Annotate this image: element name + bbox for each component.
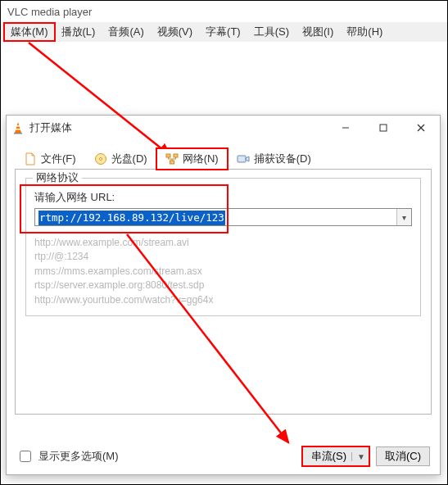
group-title: 网络协议 xyxy=(33,171,82,185)
tab-network[interactable]: 网络(N) xyxy=(156,148,228,170)
example-line: http://www.yourtube.com/watch?v=gg64x xyxy=(34,293,412,307)
capture-icon xyxy=(237,152,250,165)
url-input[interactable] xyxy=(35,209,396,225)
tab-file-label: 文件(F) xyxy=(41,152,76,166)
svg-rect-13 xyxy=(238,156,246,162)
close-button[interactable] xyxy=(402,116,440,140)
dialog-title: 打开媒体 xyxy=(29,120,72,135)
menu-audio[interactable]: 音频(A) xyxy=(102,23,150,41)
menu-view[interactable]: 视图(I) xyxy=(296,23,340,41)
minimize-button[interactable] xyxy=(327,116,364,140)
menu-playback[interactable]: 播放(L) xyxy=(55,23,102,41)
file-icon xyxy=(24,152,37,165)
stream-button[interactable]: 串流(S) ▼ xyxy=(302,446,369,466)
maximize-button[interactable] xyxy=(364,116,402,140)
tab-capture[interactable]: 捕获设备(D) xyxy=(228,148,320,170)
svg-rect-11 xyxy=(174,154,178,157)
tab-file[interactable]: 文件(F) xyxy=(15,148,85,170)
example-line: http://www.example.com/stream.avi xyxy=(34,236,412,250)
stream-button-label: 串流(S) xyxy=(311,449,346,464)
disc-icon xyxy=(94,152,107,165)
more-options-checkbox[interactable] xyxy=(20,451,31,462)
chevron-down-icon[interactable]: ▾ xyxy=(396,209,411,225)
example-line: rtp://@:1234 xyxy=(34,250,412,264)
menu-video[interactable]: 视频(V) xyxy=(151,23,199,41)
svg-rect-2 xyxy=(16,125,20,127)
main-titlebar: VLC media player xyxy=(1,1,447,22)
example-line: mms://mms.examples.com/stream.asx xyxy=(34,265,412,279)
chevron-down-icon[interactable]: ▼ xyxy=(351,452,365,461)
tab-network-label: 网络(N) xyxy=(183,152,219,166)
network-protocol-group: 网络协议 请输入网络 URL: rtmp://192.168.89.132/li… xyxy=(25,178,421,316)
example-line: rtsp://server.example.org:8080/test.sdp xyxy=(34,279,412,292)
cancel-button[interactable]: 取消(C) xyxy=(376,446,430,466)
menu-tools[interactable]: 工具(S) xyxy=(247,23,296,41)
dialog-button-row: 串流(S) ▼ 取消(C) xyxy=(302,446,430,466)
vlc-cone-icon xyxy=(11,121,25,134)
tab-disc[interactable]: 光盘(D) xyxy=(85,148,156,170)
main-menubar: 媒体(M) 播放(L) 音频(A) 视频(V) 字幕(T) 工具(S) 视图(I… xyxy=(1,22,447,42)
svg-rect-5 xyxy=(380,125,387,131)
open-media-dialog: 打开媒体 文件(F) 光盘(D) 网络(N) 捕获设备(D) xyxy=(6,115,441,475)
url-combobox[interactable]: rtmp://192.168.89.132/live/123 ▾ xyxy=(34,208,412,226)
more-options-row: 显示更多选项(M) xyxy=(16,448,119,465)
tabs-row: 文件(F) 光盘(D) 网络(N) 捕获设备(D) xyxy=(15,147,432,170)
network-icon xyxy=(165,152,179,165)
tab-capture-label: 捕获设备(D) xyxy=(254,152,311,166)
app-title: VLC media player xyxy=(7,6,92,18)
svg-rect-10 xyxy=(166,154,170,157)
menu-help[interactable]: 帮助(H) xyxy=(340,23,389,41)
tab-disc-label: 光盘(D) xyxy=(111,152,147,166)
svg-point-9 xyxy=(99,158,102,161)
more-options-label: 显示更多选项(M) xyxy=(38,449,119,464)
url-examples: http://www.example.com/stream.avi rtp://… xyxy=(34,236,412,307)
menu-media[interactable]: 媒体(M) xyxy=(4,23,55,41)
svg-rect-12 xyxy=(170,161,174,164)
menu-subtitle[interactable]: 字幕(T) xyxy=(199,23,247,41)
tab-network-pane: 网络协议 请输入网络 URL: rtmp://192.168.89.132/li… xyxy=(15,169,432,415)
svg-rect-3 xyxy=(16,129,20,130)
cancel-button-label: 取消(C) xyxy=(385,449,421,464)
url-label: 请输入网络 URL: xyxy=(34,190,412,205)
dialog-titlebar: 打开媒体 xyxy=(7,116,440,140)
svg-marker-0 xyxy=(15,122,21,133)
svg-rect-1 xyxy=(14,133,22,134)
